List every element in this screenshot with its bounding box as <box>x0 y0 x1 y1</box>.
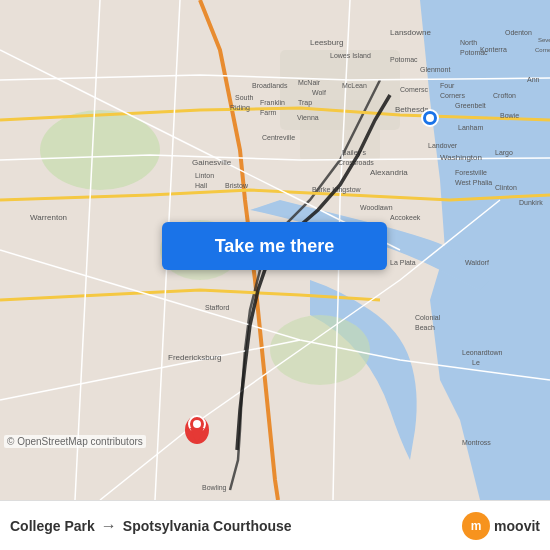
svg-text:Linton: Linton <box>195 172 214 179</box>
svg-text:Broadlands: Broadlands <box>252 82 288 89</box>
arrow-icon: → <box>101 517 117 535</box>
svg-text:Warrenton: Warrenton <box>30 213 67 222</box>
svg-text:Landover: Landover <box>428 142 458 149</box>
svg-text:Seven: Seven <box>538 37 550 43</box>
svg-text:Lanham: Lanham <box>458 124 483 131</box>
svg-point-71 <box>193 420 201 428</box>
route-info: College Park → Spotsylvania Courthouse <box>10 517 462 535</box>
svg-text:Waldorf: Waldorf <box>465 259 489 266</box>
svg-text:South: South <box>235 94 253 101</box>
svg-text:Corners: Corners <box>535 47 550 53</box>
svg-text:Centreville: Centreville <box>262 134 295 141</box>
svg-text:Potomac: Potomac <box>390 56 418 63</box>
svg-text:Vienna: Vienna <box>297 114 319 121</box>
svg-text:Corners: Corners <box>440 92 465 99</box>
svg-text:Montross: Montross <box>462 439 491 446</box>
svg-point-67 <box>426 114 434 122</box>
svg-text:Colonial: Colonial <box>415 314 441 321</box>
svg-text:North: North <box>460 39 477 46</box>
svg-text:Wolf: Wolf <box>312 89 326 96</box>
svg-text:Farm: Farm <box>260 109 277 116</box>
moovit-logo: m moovit <box>462 512 540 540</box>
moovit-text: moovit <box>494 518 540 534</box>
svg-text:Riding: Riding <box>230 104 250 112</box>
svg-text:Four: Four <box>440 82 455 89</box>
svg-text:Leesburg: Leesburg <box>310 38 343 47</box>
svg-text:Comersc: Comersc <box>400 86 429 93</box>
map-attribution: © OpenStreetMap contributors <box>4 435 146 448</box>
svg-point-5 <box>270 315 370 385</box>
svg-text:Glenmont: Glenmont <box>420 66 450 73</box>
origin-label: College Park <box>10 518 95 534</box>
svg-text:Crofton: Crofton <box>493 92 516 99</box>
svg-text:Lansdowne: Lansdowne <box>390 28 431 37</box>
svg-text:La Plata: La Plata <box>390 259 416 266</box>
svg-text:Gainesville: Gainesville <box>192 158 232 167</box>
svg-text:Konterra: Konterra <box>480 46 507 53</box>
svg-text:Bristow: Bristow <box>225 182 249 189</box>
svg-text:Alexandria: Alexandria <box>370 168 408 177</box>
svg-text:Woodlawn: Woodlawn <box>360 204 393 211</box>
svg-text:Largo: Largo <box>495 149 513 157</box>
svg-point-3 <box>40 110 160 190</box>
destination-label: Spotsylvania Courthouse <box>123 518 292 534</box>
footer-bar: College Park → Spotsylvania Courthouse m… <box>0 500 550 550</box>
svg-text:Greenbelt: Greenbelt <box>455 102 486 109</box>
svg-text:Clinton: Clinton <box>495 184 517 191</box>
svg-text:Odenton: Odenton <box>505 29 532 36</box>
svg-text:Trap: Trap <box>298 99 312 107</box>
svg-text:Hall: Hall <box>195 182 208 189</box>
svg-text:Bowling: Bowling <box>202 484 227 492</box>
take-me-there-button[interactable]: Take me there <box>162 222 387 270</box>
svg-text:Le: Le <box>472 359 480 366</box>
svg-text:Bowie: Bowie <box>500 112 519 119</box>
svg-text:Beach: Beach <box>415 324 435 331</box>
map-container: Leesburg Lansdowne North Potomac Lowes I… <box>0 0 550 500</box>
svg-text:Forestville: Forestville <box>455 169 487 176</box>
svg-text:Franklin: Franklin <box>260 99 285 106</box>
svg-text:Washington: Washington <box>440 153 482 162</box>
svg-text:Dunkirk: Dunkirk <box>519 199 543 206</box>
svg-text:Lowes Island: Lowes Island <box>330 52 371 59</box>
svg-text:Bailey's: Bailey's <box>342 149 366 157</box>
moovit-icon: m <box>462 512 490 540</box>
svg-text:Stafford: Stafford <box>205 304 229 311</box>
svg-text:Accokeek: Accokeek <box>390 214 421 221</box>
svg-text:West Phalia: West Phalia <box>455 179 492 186</box>
svg-text:McLean: McLean <box>342 82 367 89</box>
svg-text:Ann: Ann <box>527 76 540 83</box>
svg-text:Leonardtown: Leonardtown <box>462 349 503 356</box>
svg-text:Fredericksburg: Fredericksburg <box>168 353 221 362</box>
svg-text:McNair: McNair <box>298 79 321 86</box>
